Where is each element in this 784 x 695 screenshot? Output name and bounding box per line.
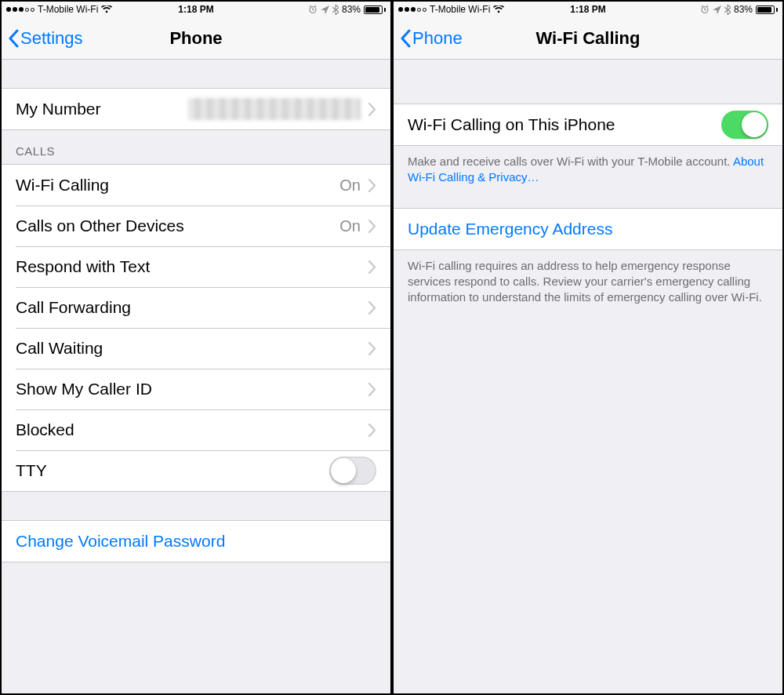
chevron-right-icon (368, 301, 376, 315)
chevron-left-icon (8, 29, 19, 48)
battery-icon (364, 5, 386, 14)
my-number-row[interactable]: My Number (2, 89, 390, 129)
my-number-label: My Number (16, 100, 188, 118)
chevron-right-icon (368, 424, 376, 437)
status-bar: T-Mobile Wi-Fi 1:18 PM 83% (394, 2, 782, 17)
wifi-calling-footer: Make and receive calls over Wi-Fi with y… (394, 146, 782, 192)
show-caller-id-row[interactable]: Show My Caller ID (2, 369, 390, 409)
battery-icon (756, 5, 778, 14)
status-bar: T-Mobile Wi-Fi 1:18 PM 83% (2, 2, 390, 17)
signal-strength-icon (398, 7, 426, 12)
bluetooth-icon (332, 5, 339, 15)
wifi-calling-screen: T-Mobile Wi-Fi 1:18 PM 83% (392, 0, 784, 695)
chevron-right-icon (368, 383, 376, 396)
wifi-calling-toggle[interactable] (721, 111, 768, 139)
tty-row: TTY (2, 450, 390, 491)
wifi-calling-row[interactable]: Wi-Fi Calling On (2, 165, 390, 206)
wifi-icon (101, 5, 112, 13)
wifi-calling-list[interactable]: Wi-Fi Calling on This iPhone Make and re… (394, 60, 782, 693)
back-button[interactable]: Phone (400, 28, 463, 49)
update-emergency-address-row[interactable]: Update Emergency Address (394, 209, 782, 249)
wifi-calling-on-this-iphone-row: Wi-Fi Calling on This iPhone (394, 104, 782, 145)
blocked-row[interactable]: Blocked (2, 409, 390, 450)
carrier-label: T-Mobile Wi-Fi (38, 4, 98, 15)
chevron-right-icon (368, 342, 376, 355)
wifi-icon (493, 5, 504, 13)
location-icon (713, 5, 721, 14)
chevron-right-icon (368, 103, 376, 116)
chevron-left-icon (400, 29, 411, 48)
call-waiting-row[interactable]: Call Waiting (2, 328, 390, 369)
back-button[interactable]: Settings (8, 28, 83, 49)
change-voicemail-password-row[interactable]: Change Voicemail Password (2, 521, 390, 562)
phone-settings-screen: T-Mobile Wi-Fi 1:18 PM 83% (0, 0, 392, 695)
call-forwarding-row[interactable]: Call Forwarding (2, 287, 390, 328)
alarm-icon (700, 5, 710, 14)
settings-list[interactable]: My Number CALLS Wi-Fi Calling On Calls o… (2, 60, 390, 693)
tty-toggle[interactable] (329, 457, 376, 485)
alarm-icon (308, 5, 318, 14)
calls-section-header: CALLS (2, 130, 390, 164)
respond-with-text-row[interactable]: Respond with Text (2, 246, 390, 287)
back-label: Settings (20, 28, 83, 49)
nav-bar: Settings Phone (2, 17, 390, 60)
my-number-value-redacted (188, 98, 361, 120)
bluetooth-icon (724, 5, 731, 15)
chevron-right-icon (368, 179, 376, 192)
signal-strength-icon (6, 7, 34, 12)
nav-bar: Phone Wi-Fi Calling (394, 17, 782, 60)
location-icon (321, 5, 329, 14)
emergency-address-footer: Wi-Fi calling requires an address to hel… (394, 250, 782, 312)
calls-other-devices-row[interactable]: Calls on Other Devices On (2, 206, 390, 246)
battery-percent: 83% (342, 4, 361, 15)
back-label: Phone (412, 28, 463, 49)
chevron-right-icon (368, 220, 376, 233)
battery-percent: 83% (734, 4, 753, 15)
carrier-label: T-Mobile Wi-Fi (430, 4, 490, 15)
chevron-right-icon (368, 260, 376, 274)
